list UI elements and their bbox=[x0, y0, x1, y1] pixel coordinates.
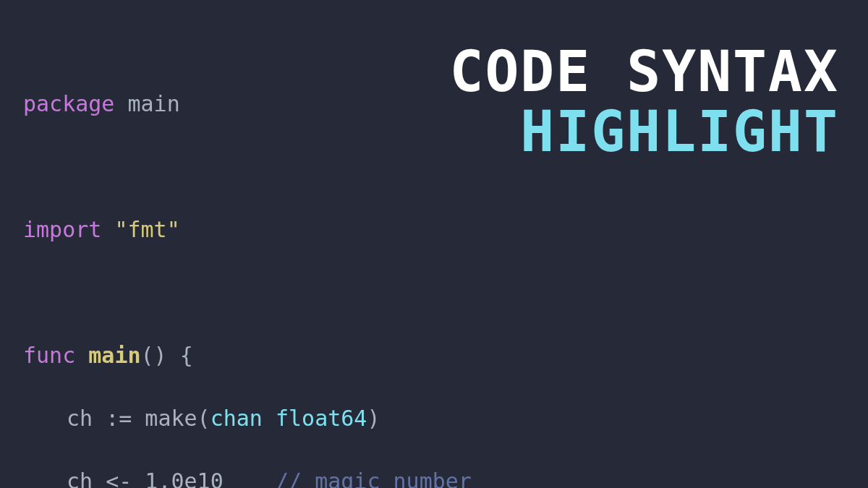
keyword-chan: chan bbox=[210, 406, 263, 431]
code-line-3: func main() { bbox=[23, 340, 511, 372]
code-line-4: ch := make(chan float64) bbox=[23, 403, 511, 435]
space bbox=[101, 217, 114, 242]
space bbox=[263, 406, 276, 431]
code-text: ch := make( bbox=[67, 406, 210, 431]
code-blank-line bbox=[23, 151, 511, 183]
code-blank-line bbox=[23, 277, 511, 309]
code-line-1: package main bbox=[23, 88, 511, 120]
code-text: ch <- 1.0e10 bbox=[67, 468, 276, 489]
keyword-import: import bbox=[23, 217, 101, 242]
code-snippet: package main import "fmt" func main() { … bbox=[23, 56, 511, 488]
string-fmt: "fmt" bbox=[114, 217, 179, 242]
keyword-func: func bbox=[23, 343, 75, 368]
comment-magic-number: // magic number bbox=[276, 468, 472, 489]
function-name-main: main bbox=[88, 343, 140, 368]
code-line-2: import "fmt" bbox=[23, 214, 511, 246]
func-signature: () { bbox=[141, 343, 193, 368]
code-line-5: ch <- 1.0e10 // magic number bbox=[23, 466, 511, 489]
type-float64: float64 bbox=[276, 406, 367, 431]
keyword-package: package bbox=[23, 91, 114, 116]
close-paren: ) bbox=[367, 406, 380, 431]
identifier-main: main bbox=[128, 91, 180, 116]
space bbox=[75, 343, 88, 368]
space bbox=[114, 91, 127, 116]
